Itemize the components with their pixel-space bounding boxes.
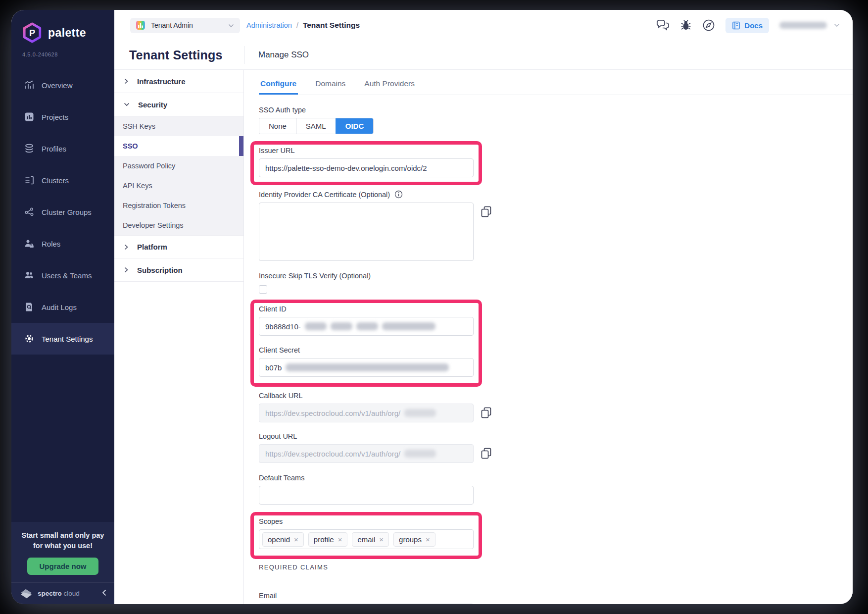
issuer-url-input[interactable] [259,158,474,177]
ca-certificate-textarea[interactable] [259,203,474,261]
audit-logs-icon [24,302,34,312]
compass-help-icon[interactable] [702,19,715,32]
copy-icon[interactable] [481,448,491,461]
docs-button[interactable]: Docs [725,18,769,33]
nav-item-label: Registration Tokens [123,202,186,209]
copy-icon[interactable] [481,407,491,420]
sidebar-item-label: Clusters [42,176,69,185]
sidebar-item-label: Roles [42,240,60,248]
annotation-highlight-client-credentials: Client ID 9b888d10- Client Secret [250,300,482,387]
required-claims-heading: REQUIRED CLAIMS [259,563,853,571]
client-id-input[interactable]: 9b888d10- [259,317,474,336]
sidebar-item-clusters[interactable]: Clusters [11,164,114,196]
client-secret-input[interactable]: b07b [259,358,474,377]
nav-item-sso[interactable]: SSO [114,136,243,156]
collapse-sidebar-icon[interactable] [102,589,106,599]
nav-item-label: API Keys [123,182,152,190]
tenant-selector-label: Tenant Admin [151,21,193,29]
logout-url-label: Logout URL [259,432,853,440]
breadcrumb-current: Tenant Settings [303,21,360,30]
remove-scope-icon[interactable]: × [294,535,298,544]
scope-chip-label: profile [314,535,334,544]
nav-group-label: Subscription [137,266,183,274]
nav-item-ssh-keys[interactable]: SSH Keys [114,116,243,136]
nav-item-registration-tokens[interactable]: Registration Tokens [114,196,243,215]
ca-certificate-group: Identity Provider CA Certificate (Option… [259,190,853,261]
sidebar-item-label: Overview [42,81,73,90]
default-teams-label: Default Teams [259,474,853,482]
bug-report-icon[interactable] [680,19,692,31]
upgrade-now-button[interactable]: Upgrade now [27,558,98,575]
default-teams-input[interactable] [259,486,474,505]
client-id-label: Client ID [259,305,474,313]
auth-option-none[interactable]: None [259,118,296,134]
auth-option-oidc[interactable]: OIDC [336,118,374,134]
app-window: P palette 4.5.0-240628 Overview Projects… [11,10,853,604]
skip-tls-checkbox[interactable] [259,285,267,294]
redacted-value [356,322,378,330]
sidebar-item-label: Cluster Groups [42,208,92,216]
nav-item-label: Developer Settings [123,221,184,229]
tab-configure[interactable]: Configure [259,79,298,95]
nav-group-infrastructure[interactable]: Infrastructure [114,70,243,93]
sidebar-item-profiles[interactable]: Profiles [11,133,114,164]
profiles-icon [24,144,34,154]
scopes-input[interactable]: openid× profile× email× groups× [259,529,474,549]
sidebar-item-tenant-settings[interactable]: Tenant Settings [11,323,114,355]
logout-url-group: Logout URL https://dev.spectrocloud.com/… [259,432,853,463]
brand-name: palette [48,26,86,40]
promo-text-line2: for what you use! [18,541,107,551]
palette-hexagon-logo-icon: P [21,22,43,44]
nav-item-password-policy[interactable]: Password Policy [114,156,243,176]
nav-group-subscription[interactable]: Subscription [114,258,243,282]
info-icon[interactable] [394,190,403,199]
cluster-groups-icon [24,207,34,217]
chevron-down-icon [124,102,130,107]
copy-icon[interactable] [481,206,491,219]
chevron-right-icon [124,78,129,84]
remove-scope-icon[interactable]: × [426,535,430,544]
promo-text-line1: Start small and only pay [18,530,107,541]
redacted-value [404,409,436,417]
nav-group-label: Infrastructure [137,77,186,86]
chevron-down-icon [834,23,840,27]
chevron-down-icon [228,21,234,30]
remove-scope-icon[interactable]: × [338,535,342,544]
settings-nav: Infrastructure Security SSH Keys SSO Pas… [114,70,244,604]
tenant-scope-selector[interactable]: Tenant Admin [130,18,240,33]
breadcrumb-separator: / [296,21,298,29]
palette-logo: P palette [11,10,114,44]
nav-item-api-keys[interactable]: API Keys [114,176,243,196]
client-secret-visible-value: b07b [265,363,282,372]
default-teams-group: Default Teams [259,474,853,505]
spectro-cloud-wordmark: spectro cloud [38,590,80,597]
auth-option-saml[interactable]: SAML [296,118,336,134]
tab-domains[interactable]: Domains [314,79,347,95]
spectro-cloud-logo-icon [19,588,33,600]
sidebar-item-audit-logs[interactable]: Audit Logs [11,291,114,323]
breadcrumb-administration-link[interactable]: Administration [246,21,292,29]
nav-group-platform[interactable]: Platform [114,235,243,258]
sidebar-footer: spectro cloud [11,582,114,604]
remove-scope-icon[interactable]: × [379,535,384,544]
client-secret-label: Client Secret [259,346,474,354]
nav-item-developer-settings[interactable]: Developer Settings [114,215,243,235]
book-icon [732,21,740,30]
feedback-chat-icon[interactable] [656,19,670,31]
redacted-value [404,450,436,458]
callback-url-value: https://dev.spectrocloud.com/v1/auth/org… [265,409,400,417]
user-menu[interactable] [779,22,840,29]
page-header: Tenant Settings Manage SSO [114,41,853,69]
sidebar-item-overview[interactable]: Overview [11,69,114,101]
nav-group-security[interactable]: Security [114,93,243,116]
tab-auth-providers[interactable]: Auth Providers [363,79,416,95]
sidebar-item-users-teams[interactable]: Users & Teams [11,259,114,291]
roles-icon [24,239,34,249]
sidebar-item-roles[interactable]: Roles [11,228,114,259]
email-claim-input[interactable] [259,604,474,604]
nav-group-label: Security [138,101,167,109]
sidebar-item-projects[interactable]: Projects [11,101,114,133]
sidebar-item-cluster-groups[interactable]: Cluster Groups [11,196,114,228]
sidebar: P palette 4.5.0-240628 Overview Projects… [11,10,114,604]
chevron-right-icon [124,267,129,273]
